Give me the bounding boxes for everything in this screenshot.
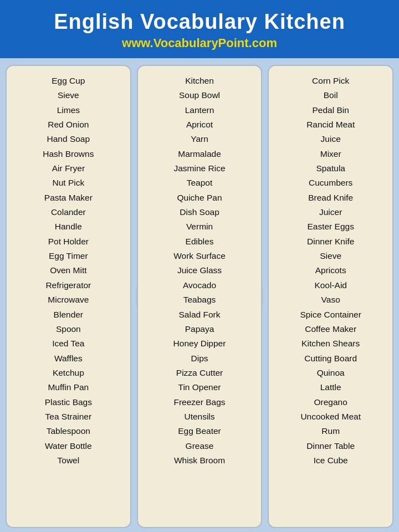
- list-item: Whisk Broom: [141, 453, 258, 468]
- header-url: www.VocabularyPoint.com: [11, 36, 388, 50]
- list-item: Oregano: [272, 395, 389, 410]
- list-item: Tea Strainer: [10, 410, 127, 424]
- list-item: Pizza Cutter: [141, 366, 258, 380]
- page-title: English Vocabulary Kitchen: [11, 10, 388, 34]
- list-item: Waffles: [10, 351, 127, 366]
- list-item: Bread Knife: [272, 191, 389, 205]
- list-item: Nut Pick: [10, 176, 127, 190]
- list-item: Kitchen Shears: [272, 336, 389, 351]
- list-item: Coffee Maker: [272, 322, 389, 336]
- list-item: Lattle: [272, 380, 389, 395]
- list-item: Microwave: [10, 293, 127, 307]
- list-item: Soup Bowl: [141, 88, 258, 103]
- list-item: Avocado: [141, 278, 258, 293]
- list-item: Utensils: [141, 410, 258, 424]
- list-item: Cutting Board: [272, 351, 389, 366]
- list-item: Salad Fork: [141, 308, 258, 322]
- list-item: Corn Pick: [272, 74, 389, 88]
- list-item: Water Bottle: [10, 439, 127, 453]
- column-2: KitchenSoup BowlLanternApricotYarnMarmal…: [137, 65, 263, 528]
- list-item: Sieve: [272, 249, 389, 263]
- page-header: English Vocabulary Kitchen www.Vocabular…: [0, 0, 399, 58]
- list-item: Rum: [272, 424, 389, 438]
- list-item: Spoon: [10, 322, 127, 336]
- column-1: Egg CupSieveLimesRed OnionHand SoapHash …: [6, 65, 131, 528]
- list-item: Air Fryer: [10, 161, 127, 176]
- list-item: Hash Browns: [10, 147, 127, 161]
- list-item: Apricot: [141, 117, 258, 132]
- list-item: Muffin Pan: [10, 380, 127, 395]
- list-item: Cucumbers: [272, 176, 389, 190]
- list-item: Blender: [10, 308, 127, 322]
- list-item: Vaso: [272, 293, 389, 307]
- list-item: Colander: [10, 205, 127, 219]
- list-item: Dish Soap: [141, 205, 258, 219]
- list-item: Dinner Knife: [272, 234, 389, 249]
- list-item: Kool-Aid: [272, 278, 389, 293]
- list-item: Iced Tea: [10, 336, 127, 351]
- list-item: Jasmine Rice: [141, 161, 258, 176]
- list-item: Uncooked Meat: [272, 410, 389, 424]
- list-item: Work Surface: [141, 249, 258, 263]
- list-item: Marmalade: [141, 147, 258, 161]
- list-item: Juice: [272, 132, 389, 146]
- list-item: Apricots: [272, 263, 389, 278]
- list-item: Ketchup: [10, 366, 127, 380]
- list-item: Juicer: [272, 205, 389, 219]
- list-item: Vermin: [141, 219, 258, 234]
- list-item: Egg Timer: [10, 249, 127, 263]
- list-item: Egg Beater: [141, 424, 258, 438]
- list-item: Spice Container: [272, 308, 389, 322]
- list-item: Yarn: [141, 132, 258, 146]
- list-item: Freezer Bags: [141, 395, 258, 410]
- content-area: VOCABULARY POINT Egg CupSieveLimesRed On…: [0, 58, 399, 532]
- list-item: Quinoa: [272, 366, 389, 380]
- list-item: Dinner Table: [272, 439, 389, 453]
- list-item: Red Onion: [10, 117, 127, 132]
- list-item: Papaya: [141, 322, 258, 336]
- list-item: Honey Dipper: [141, 336, 258, 351]
- list-item: Egg Cup: [10, 74, 127, 88]
- list-item: Quiche Pan: [141, 191, 258, 205]
- list-item: Lantern: [141, 103, 258, 117]
- list-item: Teabags: [141, 293, 258, 307]
- list-item: Boil: [272, 88, 389, 103]
- list-item: Pot Holder: [10, 234, 127, 249]
- list-item: Grease: [141, 439, 258, 453]
- list-item: Oven Mitt: [10, 263, 127, 278]
- list-item: Dips: [141, 351, 258, 366]
- list-item: Refrigerator: [10, 278, 127, 293]
- list-item: Tin Opener: [141, 380, 258, 395]
- list-item: Handle: [10, 219, 127, 234]
- list-item: Towel: [10, 453, 127, 468]
- list-item: Edibles: [141, 234, 258, 249]
- list-item: Teapot: [141, 176, 258, 190]
- list-item: Easter Eggs: [272, 219, 389, 234]
- list-item: Juice Glass: [141, 263, 258, 278]
- list-item: Pasta Maker: [10, 191, 127, 205]
- list-item: Pedal Bin: [272, 103, 389, 117]
- list-item: Tablespoon: [10, 424, 127, 438]
- list-item: Ice Cube: [272, 453, 389, 468]
- list-item: Kitchen: [141, 74, 258, 88]
- list-item: Spatula: [272, 161, 389, 176]
- list-item: Hand Soap: [10, 132, 127, 146]
- list-item: Rancid Meat: [272, 117, 389, 132]
- list-item: Sieve: [10, 88, 127, 103]
- list-item: Mixer: [272, 147, 389, 161]
- column-3: Corn PickBoilPedal BinRancid MeatJuiceMi…: [268, 65, 393, 528]
- list-item: Plastic Bags: [10, 395, 127, 410]
- list-item: Limes: [10, 103, 127, 117]
